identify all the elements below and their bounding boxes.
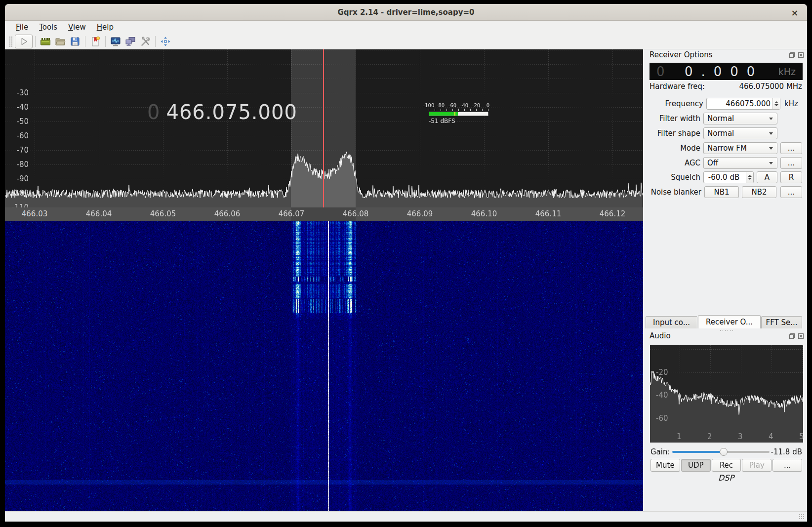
audio-spectrum-plot[interactable] [650, 345, 803, 443]
filter-width-select[interactable]: Normal [703, 113, 777, 124]
bookmarks-button[interactable] [88, 35, 103, 48]
menu-help-rest: elp [102, 23, 114, 32]
meter-dbfs-readout: -51 dBFS [429, 118, 500, 124]
slider-track-filled [672, 451, 724, 453]
gain-slider[interactable] [672, 447, 770, 457]
resize-grip[interactable] [799, 514, 805, 520]
spin-up-icon [774, 101, 778, 103]
mode-select[interactable]: Narrow FM [703, 142, 777, 154]
window-title: Gqrx 2.14 - driver=lime,soapy=0 [338, 8, 475, 17]
freq-tick-label: 466.07 [272, 209, 311, 218]
menu-help[interactable]: Help [92, 22, 119, 33]
squelch-value: -60.0 dB [704, 173, 746, 182]
menu-tools[interactable]: Tools [34, 22, 62, 33]
audio-khz-tick-label: 1 [677, 432, 682, 441]
mute-button[interactable]: Mute [650, 459, 680, 472]
freq-tick-label: 466.12 [593, 209, 632, 218]
slider-handle[interactable] [720, 448, 728, 456]
spinbox-arrows[interactable] [772, 98, 780, 109]
filter-shape-select[interactable]: Normal [703, 127, 777, 139]
udp-button[interactable]: UDP [681, 459, 711, 472]
frequency-spinbox[interactable]: 466075.000 [706, 98, 780, 110]
filter-width-value: Normal [707, 114, 769, 123]
menu-file-rest: ile [20, 23, 29, 32]
lcd-unit: kHz [778, 66, 796, 77]
freq-tick-label: 466.11 [528, 209, 568, 218]
noise-blanker-options-button[interactable]: ... [780, 186, 802, 198]
audio-khz-tick-label: 4 [769, 432, 773, 441]
mode-options-button[interactable]: ... [780, 142, 802, 154]
freq-tick-label: 466.10 [464, 209, 504, 218]
meter-bar [429, 112, 488, 116]
filter-width-label: Filter width [650, 114, 700, 123]
audio-khz-tick-label: 3 [738, 432, 743, 441]
spectrum-waterfall-widget: -30-40-50-60-70-80-90-100-110 0466.075.0… [5, 49, 643, 511]
receiver-options-dock: Receiver Options 0 0.000 kHz Hardware fr… [645, 49, 807, 511]
freq-tick-label: 466.09 [400, 209, 440, 218]
agc-options-button[interactable]: ... [780, 157, 802, 169]
remote-control-button[interactable] [123, 35, 138, 48]
noise-blanker-row: Noise blanker NB1 NB2 ... [650, 186, 802, 198]
freq-tick-label: 466.04 [79, 209, 119, 218]
dsp-window-button[interactable] [108, 35, 123, 48]
menu-help-mnemonic: H [97, 23, 102, 32]
save-settings-button[interactable] [68, 35, 82, 48]
db-tick-label: -60 [7, 131, 29, 140]
oscilloscope-monitor-icon [110, 36, 122, 47]
nb2-button[interactable]: NB2 [742, 186, 776, 198]
tools-button[interactable] [138, 35, 153, 48]
nb1-button[interactable]: NB1 [704, 186, 739, 198]
signal-strength-meter: -100-80-60-40-200 -51 dBFS [426, 103, 500, 124]
close-panel-icon[interactable] [798, 333, 804, 339]
start-dsp-button[interactable] [15, 35, 33, 48]
receiver-options-title: Receiver Options [650, 50, 786, 59]
open-folder-icon [54, 36, 66, 47]
tab-fft-settings[interactable]: FFT Se... [761, 316, 802, 328]
audio-db-tick-label: -60 [656, 414, 668, 423]
meter-level-fill [429, 112, 458, 116]
waterfall-display[interactable] [5, 221, 643, 511]
squelch-reset-button[interactable]: R [780, 171, 802, 183]
titlebar[interactable]: Gqrx 2.14 - driver=lime,soapy=0 × [5, 4, 807, 21]
hardware-freq-row: Hardware freq: 466.075000 MHz [650, 82, 802, 91]
menubar: File Tools View Help [5, 21, 807, 34]
play-icon [18, 36, 29, 47]
fullscreen-button[interactable] [158, 35, 173, 48]
mode-row: Mode Narrow FM ... [650, 142, 802, 154]
squelch-spinbox[interactable]: -60.0 dB [703, 171, 754, 183]
channel-frequency-lcd[interactable]: 0 0.000 kHz [650, 63, 803, 80]
play-button[interactable]: Play [742, 459, 771, 472]
toolbar-drag-handle[interactable] [9, 36, 13, 47]
float-panel-icon[interactable] [789, 333, 795, 339]
menu-view[interactable]: View [63, 22, 91, 33]
menu-view-mnemonic: V [68, 23, 73, 32]
agc-select[interactable]: Off [703, 157, 777, 169]
squelch-auto-button[interactable]: A [757, 171, 777, 183]
fft-spectrum-plot[interactable] [5, 49, 643, 207]
float-panel-icon[interactable] [789, 52, 795, 58]
toolbar-separator [105, 36, 106, 47]
frequency-readout[interactable]: 0466.075.000 [147, 101, 297, 123]
rec-button[interactable]: Rec [712, 459, 741, 472]
move-arrows-icon [160, 36, 171, 47]
tab-receiver-options[interactable]: Receiver O... [698, 315, 761, 328]
audio-options-button[interactable]: ... [772, 459, 802, 472]
mode-value: Narrow FM [707, 144, 769, 153]
spin-down-icon [748, 178, 752, 180]
dropdown-arrow-icon [769, 118, 773, 120]
configure-io-devices-button[interactable] [38, 35, 53, 48]
gain-label: Gain: [650, 447, 670, 456]
frequency-value: 466075.000 [707, 99, 772, 108]
tab-input-controls[interactable]: Input co... [646, 316, 697, 328]
menu-file[interactable]: File [11, 22, 33, 33]
close-panel-icon[interactable] [798, 52, 804, 58]
load-settings-button[interactable] [53, 35, 68, 48]
close-window-button[interactable]: × [788, 6, 801, 19]
audio-khz-tick-label: 5 [799, 432, 804, 441]
menu-tools-rest: ools [42, 23, 57, 32]
meter-tick-marks [429, 109, 488, 111]
wrench-screwdriver-icon [139, 36, 151, 47]
audio-khz-tick-label: 2 [707, 432, 712, 441]
frequency-unit: kHz [780, 99, 802, 108]
spinbox-arrows[interactable] [746, 172, 753, 183]
